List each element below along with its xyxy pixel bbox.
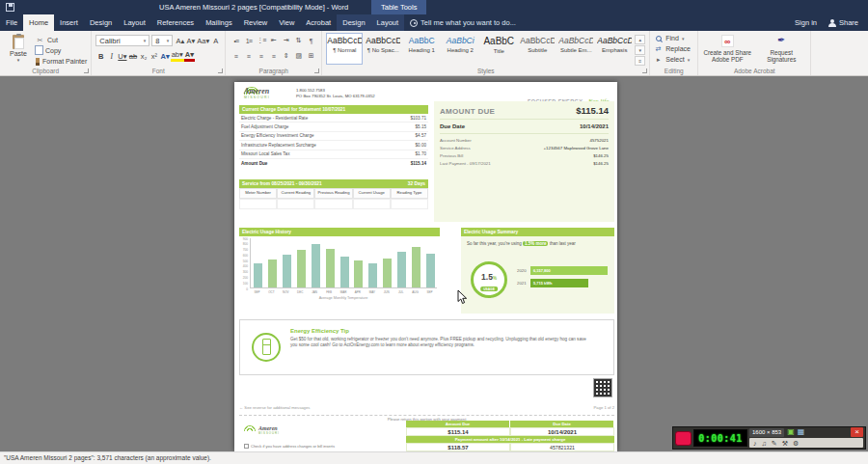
tell-me-text: Tell me what you want to do... [420,18,516,27]
acrobat-icon [721,35,734,47]
multilevel-button[interactable] [255,35,267,46]
font-size-select[interactable]: 8▾ [151,35,173,46]
tab-design[interactable]: Design [84,14,118,31]
sort-button[interactable] [292,35,305,46]
signature-pen-icon [775,35,788,47]
increase-indent-button[interactable] [280,35,292,46]
tools-icon[interactable] [782,440,788,447]
charge-row: Energy Efficiency Investment Charge$4.57 [239,132,428,141]
tab-references[interactable]: References [151,14,200,31]
decrease-indent-button[interactable] [267,35,280,46]
style-heading-1[interactable]: AaBbCHeading 1 [403,33,440,65]
font-dialog-launcher[interactable] [218,68,223,73]
style-heading-2[interactable]: AaBbCiHeading 2 [442,33,478,65]
tab-acrobat[interactable]: Acrobat [300,14,337,31]
create-share-pdf-button[interactable]: Create and Share Adobe PDF [702,33,752,63]
underline-button[interactable]: U▾ [117,50,127,62]
styles-dialog-launcher[interactable] [642,68,647,73]
copy-button[interactable]: Copy [36,45,87,56]
x-tick-label: JUL [393,290,408,294]
context-tab-layout[interactable]: Layout [371,14,405,31]
strikethrough-button[interactable]: ab [127,50,138,62]
clear-formatting-button[interactable]: A [210,35,221,46]
close-recorder-button[interactable]: × [851,427,863,437]
tab-file[interactable]: File [0,14,23,31]
gear-icon[interactable] [793,440,799,447]
paragraph-dialog-launcher[interactable] [314,68,319,73]
align-right-button[interactable] [255,50,267,62]
context-tab-design[interactable]: Design [337,14,370,31]
usage-history-header: Electric Usage History [239,228,440,236]
document-area: Ameren MISSOURI 1.800.552.7583 PO Box 79… [0,76,868,451]
stub-late-amount: $118.57 [406,443,510,451]
grow-font-button[interactable]: A▴ [175,35,185,46]
select-button[interactable]: Select▾ [654,54,693,65]
line-spacing-button[interactable] [280,50,292,62]
replace-button[interactable]: Replace [654,43,693,54]
font-color-button[interactable]: A▾ [184,50,195,62]
styles-scroll-up[interactable]: ▴ [635,35,645,44]
sign-in-button[interactable]: Sign in [795,18,817,27]
shading-button[interactable] [292,50,305,62]
tab-view[interactable]: View [273,14,300,31]
bold-button[interactable]: B [95,50,106,62]
tab-review[interactable]: Review [238,14,274,31]
styles-scroll-down[interactable]: ▾ [635,45,645,55]
y-tick-label: 200 [243,276,248,280]
format-painter-button[interactable]: Format Painter [36,56,87,67]
mic-icon[interactable] [762,440,767,447]
find-button[interactable]: Find▾ [654,33,693,43]
share-button[interactable]: Share [828,18,858,27]
text-highlight-button[interactable]: ab▾ [171,50,184,62]
tab-insert[interactable]: Insert [54,14,84,31]
service-cell [391,199,428,209]
numbering-button[interactable] [242,35,255,46]
person-icon [828,19,836,27]
usage-highlight: 1.5% more [523,241,549,246]
style-subtle-em-[interactable]: AaBbCcDcSubtle Em... [557,33,594,65]
align-left-button[interactable] [230,50,242,62]
change-case-button[interactable]: Aa▾ [196,35,210,46]
font-name-select[interactable]: Calibri▾ [95,35,149,46]
x-tick-label: SEP [422,290,437,294]
address-change-checkbox[interactable] [244,444,249,449]
style-title[interactable]: AaBbCTitle [480,33,517,65]
character-count: "USA Ameren Missouri 2 pages": 3,571 cha… [4,454,211,461]
tab-layout[interactable]: Layout [118,14,151,31]
subscript-button[interactable]: x₂ [138,50,149,62]
record-button[interactable] [675,431,692,446]
pencil-icon[interactable] [772,440,777,447]
grid-icon[interactable] [798,428,805,436]
styles-gallery-more[interactable]: ≡ [635,56,645,66]
refrigerator-icon [252,333,281,362]
tab-home[interactable]: Home [23,14,54,31]
service-column-header: Previous Reading [314,188,352,199]
cut-button[interactable]: Cut [36,35,87,45]
replace-icon [656,45,662,53]
text-effects-button[interactable]: A▾ [159,50,170,62]
justify-button[interactable] [267,50,280,62]
document-page[interactable]: Ameren MISSOURI 1.800.552.7583 PO Box 79… [234,82,617,451]
audio-icon[interactable] [753,440,757,447]
year-usage-bar: 20215,715 kWh [517,278,611,287]
tab-mailings[interactable]: Mailings [200,14,238,31]
show-marks-button[interactable] [305,35,317,46]
shrink-font-button[interactable]: A▾ [185,35,196,46]
paste-button[interactable]: Paste ▾ [4,33,33,67]
bullets-button[interactable] [230,35,242,46]
qr-code [593,378,612,397]
tell-me-box[interactable]: Tell me what you want to do... [410,14,516,31]
borders-button[interactable] [305,50,317,62]
request-signatures-button[interactable]: Request Signatures [756,33,806,63]
superscript-button[interactable]: x² [149,50,159,62]
clipboard-dialog-launcher[interactable] [84,68,89,73]
usage-summary-header: Electric Usage Summary [461,228,614,236]
style--no-spac-[interactable]: AaBbCcDc¶ No Spac... [365,33,401,65]
italic-button[interactable]: I [106,50,117,62]
style-subtitle[interactable]: AaBbCcDSubtitle [519,33,556,65]
style-emphasis[interactable]: AaBbCcDcEmphasis [596,33,633,65]
align-center-button[interactable] [242,50,255,62]
save-icon[interactable] [6,3,14,12]
style--normal[interactable]: AaBbCcDc¶ Normal [326,33,363,65]
screen-icon[interactable] [787,428,795,436]
